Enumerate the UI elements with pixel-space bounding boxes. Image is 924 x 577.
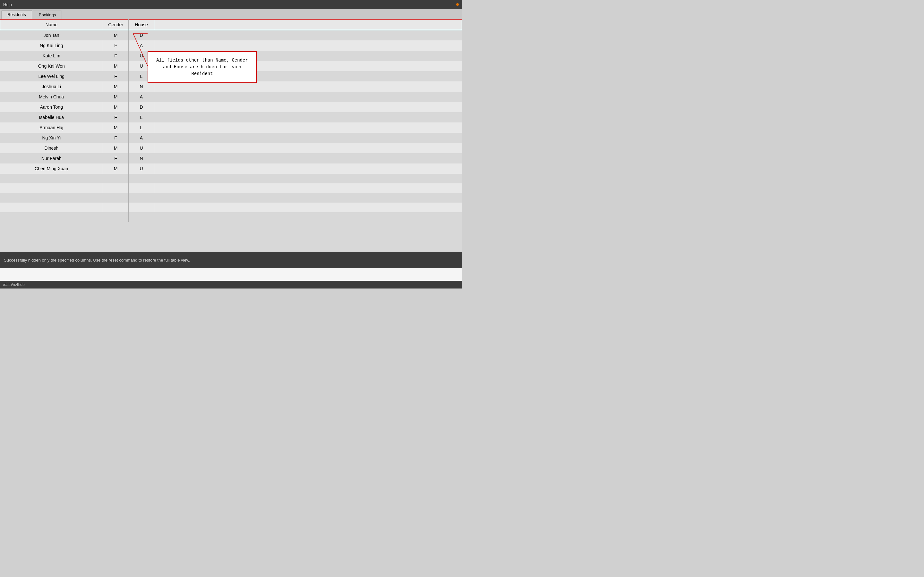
command-input[interactable] [3,272,459,277]
cell-gender: M [103,61,129,71]
cell-gender: F [103,51,129,61]
cell-house: D [129,30,154,41]
table-row: Nur FarahFN [0,153,462,163]
cell-empty [129,193,154,203]
table-row: Aaron TongMD [0,102,462,112]
residents-table: Name Gender House Jon TanMDNg Kai LingFA… [0,19,462,222]
cell-empty [154,183,462,193]
column-header-house: House [129,19,154,30]
cell-gender: F [103,153,129,163]
cell-name: Ong Kai Wen [0,61,103,71]
table-row-empty [0,212,462,222]
cell-empty [154,102,462,112]
cell-gender: F [103,40,129,51]
cell-name: Armaan Haj [0,122,103,133]
cell-empty [103,174,129,183]
table-row: Ng Xin YiFA [0,133,462,143]
cell-empty [0,203,103,212]
path-bar: /data/rc4hdb [0,281,462,288]
status-bar: Successfully hidden only the specified c… [0,252,462,268]
cell-empty [0,212,103,222]
cell-empty [154,143,462,153]
cell-name: Joshua Li [0,81,103,92]
table-header-row: Name Gender House [0,19,462,30]
cell-name: Ng Kai Ling [0,40,103,51]
cell-empty [103,193,129,203]
cell-gender: F [103,133,129,143]
cell-gender: M [103,163,129,174]
column-header-gender: Gender [103,19,129,30]
status-message: Successfully hidden only the specified c… [4,258,190,263]
cell-empty [0,183,103,193]
title-label: Help [3,2,12,7]
cell-empty [154,163,462,174]
cell-empty [129,183,154,193]
cell-name: Dinesh [0,143,103,153]
table-row: Jon TanMD [0,30,462,41]
cell-house: L [129,122,154,133]
cell-empty [154,212,462,222]
title-bar: Help [0,0,462,9]
title-dot [456,3,459,6]
cell-empty [154,112,462,122]
cell-empty [103,203,129,212]
column-header-empty [154,19,462,30]
cell-empty [154,203,462,212]
cell-name: Lee Wei Ling [0,71,103,81]
table-row: DineshMU [0,143,462,153]
cell-name: Ng Xin Yi [0,133,103,143]
cell-empty [154,174,462,183]
cell-house: A [129,133,154,143]
tab-bar: Residents Bookings [0,9,462,19]
cell-empty [0,174,103,183]
table-row: Ng Kai LingFA [0,40,462,51]
main-content: Name Gender House Jon TanMDNg Kai LingFA… [0,19,462,252]
cell-gender: M [103,102,129,112]
cell-gender: M [103,143,129,153]
cell-empty [103,183,129,193]
cell-house: A [129,40,154,51]
table-row: Chen Ming XuanMU [0,163,462,174]
cell-gender: M [103,30,129,41]
table-row: Armaan HajML [0,122,462,133]
cell-empty [154,40,462,51]
table-row: Isabelle HuaFL [0,112,462,122]
cell-empty [154,92,462,102]
command-area[interactable] [0,268,462,281]
cell-empty [129,203,154,212]
cell-gender: M [103,92,129,102]
cell-house: A [129,92,154,102]
cell-empty [154,30,462,41]
tab-residents[interactable]: Residents [1,10,32,19]
cell-name: Chen Ming Xuan [0,163,103,174]
cell-house: L [129,112,154,122]
cell-name: Kate Lim [0,51,103,61]
annotation-box: All fields other than Name, Gender and H… [148,51,257,83]
table-row-empty [0,193,462,203]
tab-bookings[interactable]: Bookings [33,11,62,19]
cell-gender: M [103,81,129,92]
cell-gender: F [103,71,129,81]
cell-house: U [129,143,154,153]
cell-name: Nur Farah [0,153,103,163]
table-row: Melvin ChuaMA [0,92,462,102]
cell-empty [129,212,154,222]
cell-empty [0,193,103,203]
cell-empty [154,122,462,133]
cell-house: N [129,153,154,163]
cell-empty [154,153,462,163]
cell-name: Isabelle Hua [0,112,103,122]
cell-name: Melvin Chua [0,92,103,102]
cell-empty [154,193,462,203]
table-row-empty [0,203,462,212]
cell-name: Jon Tan [0,30,103,41]
table-row-empty [0,174,462,183]
path-label: /data/rc4hdb [3,282,25,287]
annotation-text: All fields other than Name, Gender and H… [156,58,248,76]
cell-gender: F [103,112,129,122]
cell-name: Aaron Tong [0,102,103,112]
cell-empty [129,174,154,183]
table-row-empty [0,183,462,193]
cell-house: U [129,163,154,174]
cell-house: D [129,102,154,112]
